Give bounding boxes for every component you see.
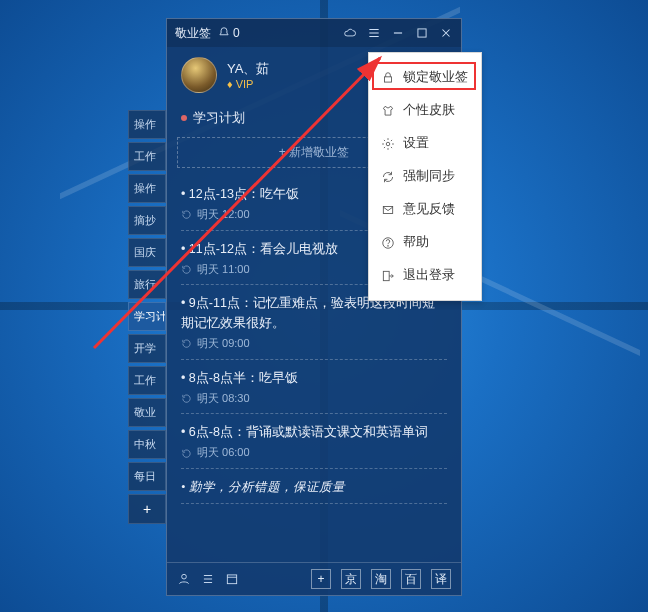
app-name: 敬业签 — [175, 25, 211, 42]
category-dot-icon — [181, 115, 187, 121]
refresh-icon — [181, 264, 192, 275]
note-item[interactable]: 6点-8点：背诵或默读语文课文和英语单词明天 06:00 — [181, 414, 447, 469]
side-tab[interactable]: 中秋 — [128, 430, 166, 459]
side-tab[interactable]: 操作 — [128, 174, 166, 203]
title-right — [343, 26, 453, 40]
svg-point-4 — [386, 142, 390, 146]
svg-rect-8 — [383, 271, 389, 280]
notification-bell[interactable]: 0 — [217, 26, 240, 40]
menu-item-sync[interactable]: 强制同步 — [369, 160, 481, 193]
user-icon[interactable] — [177, 572, 191, 586]
list-icon[interactable] — [201, 572, 215, 586]
side-tab[interactable]: 学习计划 — [128, 302, 166, 331]
app-menu: 锁定敬业签个性皮肤设置强制同步意见反馈帮助退出登录 — [368, 52, 482, 301]
side-tab[interactable]: 每日 — [128, 462, 166, 491]
calendar-icon[interactable] — [225, 572, 239, 586]
exit-icon — [381, 269, 395, 283]
title-bar: 敬业签 0 — [167, 19, 461, 47]
side-tab[interactable]: 工作 — [128, 366, 166, 395]
note-meta: 明天 06:00 — [181, 444, 447, 462]
side-tab[interactable]: 旅行 — [128, 270, 166, 299]
bell-icon — [217, 26, 231, 40]
menu-icon[interactable] — [367, 26, 381, 40]
svg-rect-0 — [418, 29, 426, 37]
side-tab[interactable]: 敬业 — [128, 398, 166, 427]
menu-item-lock[interactable]: 锁定敬业签 — [369, 61, 481, 94]
lock-icon — [381, 71, 395, 85]
menu-label: 帮助 — [403, 234, 429, 251]
gear-icon — [381, 137, 395, 151]
note-item[interactable]: 8点-8点半：吃早饭明天 08:30 — [181, 360, 447, 415]
refresh-icon — [181, 209, 192, 220]
profile-text: YA、茹 ♦ VIP — [227, 60, 269, 90]
bottom-shortcut[interactable]: 淘 — [371, 569, 391, 589]
title-left: 敬业签 0 — [175, 25, 240, 42]
side-tab[interactable]: 国庆 — [128, 238, 166, 267]
menu-item-shirt[interactable]: 个性皮肤 — [369, 94, 481, 127]
minimize-icon[interactable] — [391, 26, 405, 40]
note-meta: 明天 09:00 — [181, 335, 447, 353]
side-tab[interactable]: 工作 — [128, 142, 166, 171]
bottom-shortcut[interactable]: + — [311, 569, 331, 589]
category-label: 学习计划 — [193, 109, 245, 127]
svg-point-1 — [182, 574, 187, 579]
vip-badge: ♦ VIP — [227, 78, 269, 90]
note-title: 8点-8点半：吃早饭 — [181, 368, 447, 388]
note-item[interactable]: 勤学，分析错题，保证质量 — [181, 469, 447, 504]
svg-rect-2 — [227, 575, 236, 584]
menu-item-mail[interactable]: 意见反馈 — [369, 193, 481, 226]
bottom-shortcut[interactable]: 京 — [341, 569, 361, 589]
mail-icon — [381, 203, 395, 217]
menu-item-gear[interactable]: 设置 — [369, 127, 481, 160]
side-tab[interactable]: 开学 — [128, 334, 166, 363]
menu-label: 锁定敬业签 — [403, 69, 468, 86]
shirt-icon — [381, 104, 395, 118]
refresh-icon — [181, 393, 192, 404]
refresh-icon — [181, 448, 192, 459]
cloud-icon[interactable] — [343, 26, 357, 40]
bottom-shortcut[interactable]: 译 — [431, 569, 451, 589]
note-title: 6点-8点：背诵或默读语文课文和英语单词 — [181, 422, 447, 442]
close-icon[interactable] — [439, 26, 453, 40]
diamond-icon: ♦ — [227, 78, 233, 90]
menu-label: 个性皮肤 — [403, 102, 455, 119]
bottom-shortcut[interactable]: 百 — [401, 569, 421, 589]
add-tab-button[interactable]: + — [128, 494, 166, 524]
profile-name: YA、茹 — [227, 60, 269, 78]
bell-count: 0 — [233, 26, 240, 40]
side-tab[interactable]: 操作 — [128, 110, 166, 139]
svg-rect-3 — [385, 76, 392, 81]
menu-label: 强制同步 — [403, 168, 455, 185]
menu-label: 意见反馈 — [403, 201, 455, 218]
svg-rect-5 — [383, 206, 392, 213]
note-meta: 明天 08:30 — [181, 390, 447, 408]
sync-icon — [381, 170, 395, 184]
side-tab-list: 操作工作操作摘抄国庆旅行学习计划开学工作敬业中秋每日+ — [128, 110, 166, 524]
help-icon — [381, 236, 395, 250]
menu-label: 退出登录 — [403, 267, 455, 284]
menu-item-exit[interactable]: 退出登录 — [369, 259, 481, 292]
bottom-bar: +京淘百译 — [167, 562, 461, 595]
side-tab[interactable]: 摘抄 — [128, 206, 166, 235]
menu-item-help[interactable]: 帮助 — [369, 226, 481, 259]
svg-point-7 — [388, 245, 389, 246]
menu-label: 设置 — [403, 135, 429, 152]
maximize-icon[interactable] — [415, 26, 429, 40]
avatar[interactable] — [181, 57, 217, 93]
note-title: 勤学，分析错题，保证质量 — [181, 477, 447, 497]
refresh-icon — [181, 338, 192, 349]
